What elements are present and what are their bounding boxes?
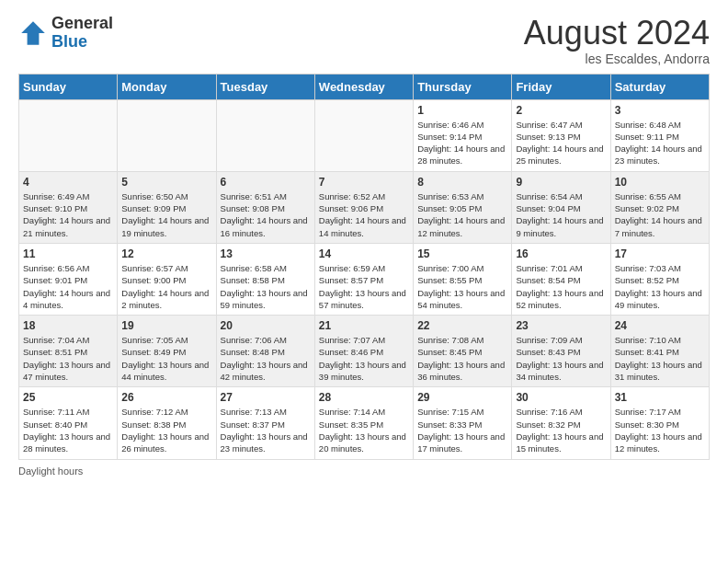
calendar-cell: 17Sunrise: 7:03 AM Sunset: 8:52 PM Dayli… (610, 243, 709, 315)
calendar-body: 1Sunrise: 6:46 AM Sunset: 9:14 PM Daylig… (19, 99, 710, 459)
day-number: 22 (417, 319, 507, 332)
day-number: 26 (121, 391, 211, 404)
calendar-header: SundayMondayTuesdayWednesdayThursdayFrid… (19, 74, 710, 99)
day-info: Sunrise: 7:05 AM Sunset: 8:49 PM Dayligh… (121, 334, 211, 383)
day-number: 12 (121, 247, 211, 260)
day-of-week-header: Friday (512, 74, 610, 99)
day-info: Sunrise: 7:01 AM Sunset: 8:54 PM Dayligh… (516, 262, 606, 311)
day-info: Sunrise: 7:12 AM Sunset: 8:38 PM Dayligh… (121, 406, 211, 454)
calendar-cell: 3Sunrise: 6:48 AM Sunset: 9:11 PM Daylig… (610, 99, 709, 171)
day-info: Sunrise: 6:54 AM Sunset: 9:04 PM Dayligh… (516, 190, 606, 239)
calendar-cell: 24Sunrise: 7:10 AM Sunset: 8:41 PM Dayli… (610, 316, 709, 387)
day-of-week-header: Sunday (19, 74, 118, 99)
day-info: Sunrise: 7:14 AM Sunset: 8:35 PM Dayligh… (319, 406, 409, 454)
day-number: 3 (615, 104, 705, 117)
calendar-cell: 27Sunrise: 7:13 AM Sunset: 8:37 PM Dayli… (216, 387, 314, 459)
day-info: Sunrise: 7:07 AM Sunset: 8:46 PM Dayligh… (319, 334, 409, 383)
day-info: Sunrise: 6:55 AM Sunset: 9:02 PM Dayligh… (615, 190, 705, 239)
logo-text: General Blue (51, 15, 113, 52)
day-number: 17 (615, 247, 705, 260)
day-info: Sunrise: 6:50 AM Sunset: 9:09 PM Dayligh… (121, 190, 211, 239)
day-of-week-header: Saturday (610, 74, 709, 99)
day-number: 8 (417, 176, 507, 189)
day-info: Sunrise: 7:03 AM Sunset: 8:52 PM Dayligh… (615, 262, 705, 311)
svg-marker-0 (21, 21, 45, 45)
calendar-cell: 12Sunrise: 6:57 AM Sunset: 9:00 PM Dayli… (118, 243, 216, 315)
day-info: Sunrise: 7:00 AM Sunset: 8:55 PM Dayligh… (417, 262, 507, 311)
calendar-cell: 18Sunrise: 7:04 AM Sunset: 8:51 PM Dayli… (19, 316, 118, 387)
calendar-cell: 5Sunrise: 6:50 AM Sunset: 9:09 PM Daylig… (118, 171, 216, 243)
calendar-cell: 4Sunrise: 6:49 AM Sunset: 9:10 PM Daylig… (19, 171, 118, 243)
day-of-week-header: Wednesday (314, 74, 413, 99)
day-number: 24 (615, 319, 705, 332)
logo: General Blue (18, 15, 113, 52)
day-info: Sunrise: 6:57 AM Sunset: 9:00 PM Dayligh… (121, 262, 211, 311)
day-number: 29 (417, 391, 507, 404)
calendar-cell (118, 99, 216, 171)
calendar-wrapper: SundayMondayTuesdayWednesdayThursdayFrid… (0, 74, 728, 460)
day-info: Sunrise: 6:53 AM Sunset: 9:05 PM Dayligh… (417, 190, 507, 239)
calendar-cell: 22Sunrise: 7:08 AM Sunset: 8:45 PM Dayli… (414, 316, 512, 387)
calendar-cell: 29Sunrise: 7:15 AM Sunset: 8:33 PM Dayli… (414, 387, 512, 459)
day-info: Sunrise: 6:59 AM Sunset: 8:57 PM Dayligh… (319, 262, 409, 311)
day-number: 4 (23, 176, 113, 189)
page-header: General Blue August 2024 les Escaldes, A… (0, 0, 728, 74)
logo-icon (18, 18, 48, 48)
day-info: Sunrise: 7:08 AM Sunset: 8:45 PM Dayligh… (417, 334, 507, 383)
calendar-cell: 10Sunrise: 6:55 AM Sunset: 9:02 PM Dayli… (610, 171, 709, 243)
calendar-table: SundayMondayTuesdayWednesdayThursdayFrid… (18, 74, 710, 460)
page-container: General Blue August 2024 les Escaldes, A… (0, 0, 728, 482)
day-info: Sunrise: 6:56 AM Sunset: 9:01 PM Dayligh… (23, 262, 113, 311)
day-info: Sunrise: 6:51 AM Sunset: 9:08 PM Dayligh… (221, 190, 311, 239)
daylight-hours-label: Daylight hours (18, 465, 83, 477)
day-number: 6 (221, 176, 311, 189)
day-number: 9 (516, 176, 606, 189)
calendar-cell: 28Sunrise: 7:14 AM Sunset: 8:35 PM Dayli… (314, 387, 413, 459)
title-block: August 2024 les Escaldes, Andorra (524, 15, 710, 66)
day-info: Sunrise: 7:16 AM Sunset: 8:32 PM Dayligh… (516, 406, 606, 454)
day-number: 23 (516, 319, 606, 332)
day-number: 20 (221, 319, 311, 332)
main-title: August 2024 (524, 15, 710, 52)
footer-note: Daylight hours (0, 460, 728, 482)
day-of-week-header: Monday (118, 74, 216, 99)
day-info: Sunrise: 6:47 AM Sunset: 9:13 PM Dayligh… (516, 119, 606, 167)
calendar-cell: 14Sunrise: 6:59 AM Sunset: 8:57 PM Dayli… (314, 243, 413, 315)
day-of-week-header: Thursday (414, 74, 512, 99)
header-row: SundayMondayTuesdayWednesdayThursdayFrid… (19, 74, 710, 99)
day-number: 13 (221, 247, 311, 260)
calendar-week-row: 25Sunrise: 7:11 AM Sunset: 8:40 PM Dayli… (19, 387, 710, 459)
day-info: Sunrise: 6:49 AM Sunset: 9:10 PM Dayligh… (23, 190, 113, 239)
calendar-cell (216, 99, 314, 171)
day-number: 10 (615, 176, 705, 189)
calendar-cell: 13Sunrise: 6:58 AM Sunset: 8:58 PM Dayli… (216, 243, 314, 315)
calendar-cell: 9Sunrise: 6:54 AM Sunset: 9:04 PM Daylig… (512, 171, 610, 243)
calendar-cell (314, 99, 413, 171)
day-info: Sunrise: 7:09 AM Sunset: 8:43 PM Dayligh… (516, 334, 606, 383)
day-info: Sunrise: 7:04 AM Sunset: 8:51 PM Dayligh… (23, 334, 113, 383)
day-info: Sunrise: 6:46 AM Sunset: 9:14 PM Dayligh… (417, 119, 507, 167)
day-number: 28 (319, 391, 409, 404)
day-number: 14 (319, 247, 409, 260)
day-number: 25 (23, 391, 113, 404)
calendar-cell: 19Sunrise: 7:05 AM Sunset: 8:49 PM Dayli… (118, 316, 216, 387)
calendar-week-row: 4Sunrise: 6:49 AM Sunset: 9:10 PM Daylig… (19, 171, 710, 243)
day-number: 27 (221, 391, 311, 404)
day-number: 18 (23, 319, 113, 332)
calendar-cell: 2Sunrise: 6:47 AM Sunset: 9:13 PM Daylig… (512, 99, 610, 171)
calendar-week-row: 11Sunrise: 6:56 AM Sunset: 9:01 PM Dayli… (19, 243, 710, 315)
calendar-cell: 20Sunrise: 7:06 AM Sunset: 8:48 PM Dayli… (216, 316, 314, 387)
day-info: Sunrise: 7:17 AM Sunset: 8:30 PM Dayligh… (615, 406, 705, 454)
day-info: Sunrise: 7:15 AM Sunset: 8:33 PM Dayligh… (417, 406, 507, 454)
day-number: 1 (417, 104, 507, 117)
calendar-cell: 15Sunrise: 7:00 AM Sunset: 8:55 PM Dayli… (414, 243, 512, 315)
calendar-week-row: 1Sunrise: 6:46 AM Sunset: 9:14 PM Daylig… (19, 99, 710, 171)
calendar-cell: 25Sunrise: 7:11 AM Sunset: 8:40 PM Dayli… (19, 387, 118, 459)
calendar-cell: 26Sunrise: 7:12 AM Sunset: 8:38 PM Dayli… (118, 387, 216, 459)
day-number: 30 (516, 391, 606, 404)
day-number: 2 (516, 104, 606, 117)
calendar-cell: 8Sunrise: 6:53 AM Sunset: 9:05 PM Daylig… (414, 171, 512, 243)
day-of-week-header: Tuesday (216, 74, 314, 99)
calendar-cell: 11Sunrise: 6:56 AM Sunset: 9:01 PM Dayli… (19, 243, 118, 315)
calendar-cell: 30Sunrise: 7:16 AM Sunset: 8:32 PM Dayli… (512, 387, 610, 459)
